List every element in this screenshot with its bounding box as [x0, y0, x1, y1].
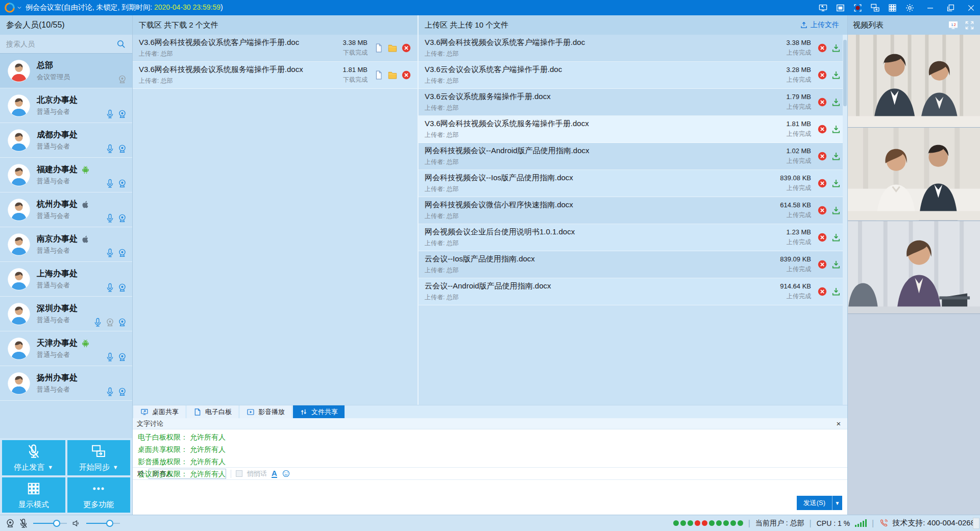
- x-circle-icon[interactable]: [817, 97, 827, 107]
- download-icon[interactable]: [831, 70, 841, 80]
- more-functions-button[interactable]: 更多功能: [67, 477, 131, 513]
- download-icon[interactable]: [831, 205, 841, 215]
- gear-icon[interactable]: [905, 3, 915, 13]
- cam-icon[interactable]: [117, 318, 127, 327]
- tab-whiteboard[interactable]: 电子白板: [187, 405, 238, 418]
- mic-muted-icon[interactable]: [18, 518, 29, 528]
- cam-icon[interactable]: [117, 179, 127, 188]
- x-circle-icon[interactable]: [817, 124, 827, 134]
- send-options-arrow[interactable]: ▼: [832, 496, 842, 510]
- sync-screens-icon[interactable]: [870, 3, 880, 13]
- 深圳办事处[interactable]: 深圳办事处 普通与会者: [0, 297, 132, 331]
- cam-icon[interactable]: [117, 387, 127, 397]
- download-icon[interactable]: [831, 286, 841, 297]
- 天津办事处[interactable]: 天津办事处 普通与会者: [0, 331, 132, 366]
- mic-icon[interactable]: [105, 283, 115, 293]
- folder-icon[interactable]: [387, 70, 398, 80]
- cam-gray-icon[interactable]: [105, 318, 115, 327]
- screen-share-icon[interactable]: [818, 3, 828, 13]
- fullscreen-icon[interactable]: [836, 3, 845, 13]
- cam-icon[interactable]: [117, 352, 127, 362]
- display-mode-icon[interactable]: [888, 3, 897, 13]
- folder-icon[interactable]: [387, 43, 398, 53]
- chevron-down-icon[interactable]: ▼: [113, 464, 118, 470]
- 福建办事处[interactable]: 福建办事处 普通与会者: [0, 158, 132, 192]
- download-icon[interactable]: [831, 232, 841, 243]
- 杭州办事处[interactable]: 杭州办事处 普通与会者: [0, 192, 132, 227]
- cam-icon[interactable]: [117, 109, 127, 119]
- mic-icon[interactable]: [105, 179, 115, 188]
- V3.6网会科技视频会议系统客户端操作手册.doc[interactable]: V3.6网会科技视频会议系统客户端操作手册.doc 上传者: 总部 3.38 M…: [419, 35, 847, 62]
- mic-icon[interactable]: [93, 318, 103, 327]
- download-icon[interactable]: [831, 151, 841, 161]
- minimize-button[interactable]: [925, 3, 935, 13]
- video-thumbnail[interactable]: [848, 35, 980, 128]
- download-icon[interactable]: [831, 97, 841, 107]
- scrollbar-thumb[interactable]: [843, 40, 847, 106]
- search-icon[interactable]: [116, 39, 126, 49]
- start-sync-button[interactable]: 开始同步▼: [67, 440, 131, 475]
- mic-icon[interactable]: [105, 213, 115, 223]
- download-icon[interactable]: [831, 43, 841, 53]
- download-icon[interactable]: [831, 259, 841, 270]
- V3.6网会科技视频会议系统客户端操作手册.doc[interactable]: V3.6网会科技视频会议系统客户端操作手册.doc 上传者: 总部 3.38 M…: [133, 35, 418, 62]
- upload-file-button[interactable]: 上传文件: [800, 20, 839, 30]
- 扬州办事处[interactable]: 扬州办事处 普通与会者: [0, 366, 132, 401]
- 网会科技视频会议--Android版产品使用指南.docx[interactable]: 网会科技视频会议--Android版产品使用指南.docx 上传者: 总部 1.…: [419, 143, 847, 170]
- chat-input[interactable]: 发送(S) ▼: [133, 480, 847, 515]
- V3.6云会议会议系统客户端操作手册.doc[interactable]: V3.6云会议会议系统客户端操作手册.doc 上传者: 总部 3.28 MB 上…: [419, 62, 847, 89]
- close-icon[interactable]: ×: [834, 419, 843, 428]
- 网会科技视频会议微信小程序快速指南.docx[interactable]: 网会科技视频会议微信小程序快速指南.docx 上传者: 总部 614.58 KB…: [419, 197, 847, 224]
- x-circle-icon[interactable]: [817, 286, 827, 297]
- x-circle-icon[interactable]: [817, 205, 827, 215]
- x-circle-icon[interactable]: [401, 70, 411, 80]
- record-icon[interactable]: [853, 3, 863, 13]
- speaker-volume-slider[interactable]: [86, 518, 120, 528]
- mic-icon[interactable]: [105, 144, 115, 154]
- close-button[interactable]: [966, 3, 976, 13]
- x-circle-icon[interactable]: [817, 43, 827, 53]
- maximize-button[interactable]: [946, 3, 955, 13]
- file-doc-icon[interactable]: [374, 43, 384, 53]
- stop-speaking-button[interactable]: 停止发言▼: [2, 440, 65, 475]
- upload-scrollbar[interactable]: [843, 35, 847, 405]
- expand-icon[interactable]: [964, 20, 975, 31]
- download-icon[interactable]: [831, 124, 841, 134]
- search-input[interactable]: [6, 40, 116, 48]
- slider-thumb[interactable]: [53, 520, 60, 527]
- cam-icon[interactable]: [117, 248, 127, 258]
- video-layout-icon[interactable]: 12: [948, 20, 959, 31]
- slider-thumb[interactable]: [106, 520, 113, 527]
- mic-icon[interactable]: [105, 387, 115, 397]
- mic-volume-slider[interactable]: [33, 518, 67, 528]
- chevron-down-icon[interactable]: ▼: [47, 464, 53, 470]
- tab-media-play[interactable]: 影音播放: [240, 405, 291, 418]
- speaker-icon[interactable]: [71, 518, 82, 528]
- chat-scrollbar[interactable]: [973, 518, 979, 529]
- 网会科技视频会议--Ios版产品使用指南.docx[interactable]: 网会科技视频会议--Ios版产品使用指南.docx 上传者: 总部 839.08…: [419, 170, 847, 197]
- 总部[interactable]: 总部 会议管理员: [0, 54, 132, 88]
- video-thumbnail[interactable]: [848, 128, 980, 221]
- V3.6云会议系统服务端操作手册.docx[interactable]: V3.6云会议系统服务端操作手册.docx 上传者: 总部 1.79 MB 上传…: [419, 89, 847, 116]
- 成都办事处[interactable]: 成都办事处 普通与会者: [0, 123, 132, 158]
- mic-icon[interactable]: [105, 248, 115, 258]
- 上海办事处[interactable]: 上海办事处 普通与会者: [0, 262, 132, 297]
- 云会议--Ios版产品使用指南.docx[interactable]: 云会议--Ios版产品使用指南.docx 上传者: 总部 839.09 KB 上…: [419, 251, 847, 278]
- cam-icon[interactable]: [117, 213, 127, 223]
- V3.6网会科技视频会议系统服务端操作手册.docx[interactable]: V3.6网会科技视频会议系统服务端操作手册.docx 上传者: 总部 1.81 …: [133, 62, 418, 89]
- chevron-down-icon[interactable]: [16, 5, 22, 11]
- 云会议--Android版产品使用指南.docx[interactable]: 云会议--Android版产品使用指南.docx 上传者: 总部 914.64 …: [419, 278, 847, 305]
- x-circle-icon[interactable]: [817, 70, 827, 80]
- display-mode-button[interactable]: 显示模式: [2, 477, 65, 513]
- mic-icon[interactable]: [105, 109, 115, 119]
- 南京办事处[interactable]: 南京办事处 普通与会者: [0, 227, 132, 262]
- mic-icon[interactable]: [105, 352, 115, 362]
- x-circle-icon[interactable]: [817, 259, 827, 270]
- cam-icon[interactable]: [117, 283, 127, 293]
- x-circle-icon[interactable]: [817, 232, 827, 243]
- cam-icon[interactable]: [117, 144, 127, 154]
- 北京办事处[interactable]: 北京办事处 普通与会者: [0, 88, 132, 123]
- x-circle-icon[interactable]: [817, 178, 827, 188]
- 网会视频会议企业后台使用说明书1.0.1.docx[interactable]: 网会视频会议企业后台使用说明书1.0.1.docx 上传者: 总部 1.23 M…: [419, 224, 847, 251]
- send-button[interactable]: 发送(S): [797, 496, 832, 510]
